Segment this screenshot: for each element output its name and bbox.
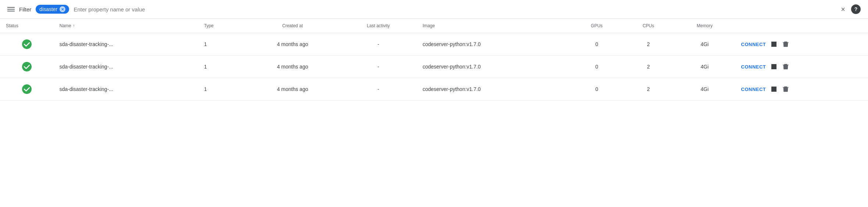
top-bar: Filter disaster ✕ × ?: [0, 0, 868, 19]
type-cell: 1: [198, 33, 245, 56]
cpus-cell: 2: [623, 33, 674, 56]
search-input[interactable]: [73, 6, 836, 13]
col-header-type: Type: [198, 19, 245, 33]
sort-arrow-icon: ↑: [73, 23, 75, 28]
memory-cell: 4Gi: [674, 78, 735, 101]
chip-label: disaster: [39, 6, 57, 12]
type-cell: 1: [198, 56, 245, 78]
svg-rect-3: [771, 64, 776, 69]
created-at-cell: 4 months ago: [245, 33, 340, 56]
filter-chip: disaster ✕: [36, 5, 69, 14]
help-button[interactable]: ?: [851, 4, 861, 14]
connect-button[interactable]: CONNECT: [741, 64, 766, 70]
chip-close-button[interactable]: ✕: [60, 6, 65, 12]
delete-icon[interactable]: [782, 63, 789, 70]
created-at-cell: 4 months ago: [245, 56, 340, 78]
image-cell: codeserver-python:v1.7.0: [417, 56, 571, 78]
stop-icon[interactable]: [770, 85, 778, 93]
name-cell: sda-disaster-tracking-...: [54, 33, 198, 56]
filter-label: Filter: [19, 6, 31, 13]
cpus-cell: 2: [623, 78, 674, 101]
connect-button[interactable]: CONNECT: [741, 87, 766, 92]
actions-cell: CONNECT: [735, 78, 868, 101]
col-header-status: Status: [0, 19, 54, 33]
stop-icon[interactable]: [770, 63, 778, 70]
filter-icon[interactable]: [7, 7, 15, 11]
name-cell: sda-disaster-tracking-...: [54, 78, 198, 101]
top-bar-actions: × ?: [841, 4, 861, 14]
status-cell: [0, 33, 54, 56]
col-header-gpus: GPUs: [571, 19, 623, 33]
col-header-name[interactable]: Name ↑: [54, 19, 198, 33]
col-header-created-at: Created at: [245, 19, 340, 33]
status-cell: [0, 78, 54, 101]
svg-point-2: [22, 62, 32, 71]
cpus-cell: 2: [623, 56, 674, 78]
last-activity-cell: -: [340, 78, 417, 101]
actions-cell: CONNECT: [735, 33, 868, 56]
gpus-cell: 0: [571, 33, 623, 56]
col-header-image: Image: [417, 19, 571, 33]
last-activity-cell: -: [340, 56, 417, 78]
image-cell: codeserver-python:v1.7.0: [417, 78, 571, 101]
type-cell: 1: [198, 78, 245, 101]
svg-point-4: [22, 84, 32, 94]
col-header-cpus: CPUs: [623, 19, 674, 33]
col-header-actions: [735, 19, 868, 33]
workspaces-table-container: Status Name ↑ Type Created at Last activ…: [0, 19, 868, 101]
delete-icon[interactable]: [782, 41, 789, 48]
delete-icon[interactable]: [782, 85, 789, 93]
col-header-memory: Memory: [674, 19, 735, 33]
memory-cell: 4Gi: [674, 33, 735, 56]
table-row: sda-disaster-tracking-... 1 4 months ago…: [0, 33, 868, 56]
last-activity-cell: -: [340, 33, 417, 56]
svg-rect-1: [771, 42, 776, 47]
memory-cell: 4Gi: [674, 56, 735, 78]
close-button[interactable]: ×: [841, 5, 845, 14]
connect-button[interactable]: CONNECT: [741, 42, 766, 47]
actions-cell: CONNECT: [735, 56, 868, 78]
workspaces-table: Status Name ↑ Type Created at Last activ…: [0, 19, 868, 101]
svg-point-0: [22, 39, 32, 49]
table-row: sda-disaster-tracking-... 1 4 months ago…: [0, 78, 868, 101]
gpus-cell: 0: [571, 56, 623, 78]
table-header-row: Status Name ↑ Type Created at Last activ…: [0, 19, 868, 33]
gpus-cell: 0: [571, 78, 623, 101]
name-cell: sda-disaster-tracking-...: [54, 56, 198, 78]
table-row: sda-disaster-tracking-... 1 4 months ago…: [0, 56, 868, 78]
created-at-cell: 4 months ago: [245, 78, 340, 101]
status-cell: [0, 56, 54, 78]
svg-rect-5: [771, 87, 776, 92]
col-header-last-activity: Last activity: [340, 19, 417, 33]
image-cell: codeserver-python:v1.7.0: [417, 33, 571, 56]
stop-icon[interactable]: [770, 41, 778, 48]
